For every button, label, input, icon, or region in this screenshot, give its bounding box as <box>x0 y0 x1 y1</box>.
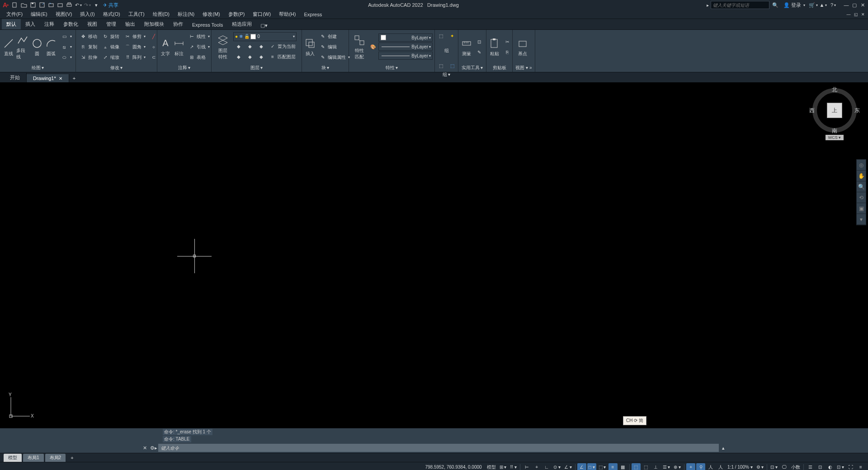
layer-tool-4[interactable]: ◆ <box>233 52 244 62</box>
search-icon[interactable]: 🔍 <box>771 1 779 9</box>
mdi-close-button[interactable]: ✕ <box>860 11 866 18</box>
redo-icon[interactable]: ↷▾ <box>83 1 91 9</box>
panel-draw-title[interactable]: 绘图 ▾ <box>0 64 75 72</box>
command-expand-button[interactable]: ▴ <box>719 445 728 451</box>
group-tool-3[interactable]: ⬚ <box>435 61 446 71</box>
ellipse-button[interactable]: ⬭▾ <box>59 52 74 62</box>
status-units-button[interactable]: 小数 <box>790 463 802 470</box>
arc-button[interactable]: 圆弧 <box>45 32 58 62</box>
util-tool-1[interactable]: ⊡ <box>474 37 485 47</box>
status-infer-icon[interactable]: ⊢ <box>522 463 531 470</box>
web-open-icon[interactable] <box>47 1 55 9</box>
panel-block-title[interactable]: 块 ▾ <box>302 64 349 72</box>
status-3dosnap-icon[interactable]: ⬚ ▾ <box>597 463 608 470</box>
viewcube-top-face[interactable]: 上 <box>827 103 842 118</box>
rotate-button[interactable]: ↻旋转 <box>100 32 121 42</box>
status-gizmo-icon[interactable]: ⊕ ▾ <box>672 463 682 470</box>
nav-wheel-icon[interactable]: ◎ <box>857 160 866 171</box>
line-button[interactable]: 直线 <box>2 32 15 62</box>
search-input[interactable] <box>711 1 769 9</box>
panel-annotate-title[interactable]: 注释 ▾ <box>157 64 211 72</box>
save-icon[interactable] <box>29 1 37 9</box>
add-layout-button[interactable]: + <box>67 454 77 462</box>
menu-insert[interactable]: 插入(I) <box>76 10 98 19</box>
nav-orbit-icon[interactable]: ⟲ <box>857 192 866 203</box>
status-sel-filter-icon[interactable]: ☰ ▾ <box>661 463 672 470</box>
linear-dim-button[interactable]: ⊢线性▾ <box>186 32 212 42</box>
group-tool-2[interactable]: ✦ <box>447 31 458 41</box>
layer-tool-1[interactable]: ◆ <box>233 42 244 52</box>
layout-tab-1[interactable]: 布局1 <box>23 454 44 462</box>
help-icon[interactable]: ?▾ <box>829 1 837 9</box>
app-switcher-icon[interactable]: ▲▾ <box>819 1 827 9</box>
ribbon-tab-output[interactable]: 输出 <box>121 19 140 29</box>
status-anno-vis-icon[interactable]: ⚲ <box>696 463 705 470</box>
ribbon-tab-featured[interactable]: 精选应用 <box>227 19 256 29</box>
status-dducs-icon[interactable]: ⊥ <box>651 463 660 470</box>
drawing-canvas[interactable]: 上 北 南 东 西 WCS ▾ ◎ ✋ 🔍 ⟲ ▣ ▾ YX CH ⟳ 简 <box>0 82 868 428</box>
status-transparency-icon[interactable]: ▦ <box>618 463 627 470</box>
ribbon-tab-express[interactable]: Express Tools <box>188 20 227 29</box>
add-tab-button[interactable]: + <box>69 74 79 82</box>
status-model-button[interactable]: 模型 <box>486 463 497 470</box>
status-grid-icon[interactable]: ⊞ ▾ <box>498 463 508 470</box>
color-combo[interactable]: ByLayer▾ <box>378 33 433 42</box>
menu-window[interactable]: 窗口(W) <box>249 10 274 19</box>
menu-express[interactable]: Express <box>300 11 326 18</box>
panel-properties-title[interactable]: 特性 ▾ <box>349 64 434 72</box>
ribbon-tab-home[interactable]: 默认 <box>2 19 21 29</box>
status-ortho-icon[interactable]: ∟ <box>542 463 551 470</box>
leader-button[interactable]: ↗引线▾ <box>186 42 212 52</box>
web-save-icon[interactable] <box>56 1 64 9</box>
menu-parametric[interactable]: 参数(P) <box>225 10 249 19</box>
command-options-button[interactable]: ⚙▸ <box>149 445 158 451</box>
layer-tool-3[interactable]: ◆ <box>256 42 267 52</box>
measure-button[interactable]: 测量 <box>460 32 473 62</box>
dimension-button[interactable]: 标注 <box>173 32 185 62</box>
mdi-minimize-button[interactable]: — <box>845 11 852 18</box>
close-button[interactable]: ✕ <box>859 1 866 9</box>
group-button[interactable]: 组 <box>439 42 455 60</box>
cut-button[interactable]: ✂ <box>502 37 513 47</box>
minimize-button[interactable]: — <box>843 1 850 9</box>
status-monitor-icon[interactable]: 🖵 <box>780 463 789 470</box>
viewcube-south[interactable]: 南 <box>832 127 837 135</box>
status-isolate-icon[interactable]: ⊡ ▾ <box>835 463 845 470</box>
ribbon-box-icon[interactable]: ▢▾ <box>260 21 268 29</box>
status-gear-icon[interactable]: ⚙ ▾ <box>755 463 765 470</box>
menu-edit[interactable]: 编辑(E) <box>27 10 51 19</box>
layout-tab-model[interactable]: 模型 <box>4 454 22 462</box>
panel-layers-title[interactable]: 图层 ▾ <box>212 64 302 72</box>
cart-icon[interactable]: 🛒▾ <box>809 1 817 9</box>
status-customize-icon[interactable]: ≡ <box>856 463 865 470</box>
panel-clipboard-title[interactable]: 剪贴板 <box>486 64 512 72</box>
status-cycling-icon[interactable]: ⬚ <box>632 463 641 470</box>
ribbon-tab-annotate[interactable]: 注释 <box>40 19 59 29</box>
nav-collapse-icon[interactable]: ▾ <box>857 214 866 225</box>
maximize-button[interactable]: ▢ <box>851 1 858 9</box>
status-scale[interactable]: 1:1 / 100% ▾ <box>726 465 754 470</box>
status-osnap-icon[interactable]: □ ▾ <box>587 463 596 470</box>
status-iso-icon[interactable]: ∠ ▾ <box>563 463 573 470</box>
fillet-button[interactable]: ⌒圆角▾ <box>122 42 147 52</box>
status-lwt-icon[interactable]: ≡ <box>609 463 618 470</box>
block-attr-button[interactable]: ✎编辑属性▾ <box>317 52 352 62</box>
layer-properties-button[interactable]: 图层 特性 <box>213 32 232 62</box>
file-tab-drawing1[interactable]: Drawing1*✕ <box>27 74 69 82</box>
color-wheel-button[interactable]: 🎨 <box>369 42 377 52</box>
text-button[interactable]: A文字 <box>159 32 172 62</box>
status-workspace-icon[interactable]: ⊡ ▾ <box>769 463 779 470</box>
open-icon[interactable] <box>20 1 28 9</box>
status-quickprops-icon[interactable]: ☰ <box>806 463 815 470</box>
paste-button[interactable]: 粘贴 <box>488 32 501 62</box>
ribbon-tab-view[interactable]: 视图 <box>83 19 102 29</box>
panel-utilities-title[interactable]: 实用工具 ▾ <box>458 64 486 72</box>
status-annotation-icon[interactable]: + <box>686 463 695 470</box>
ribbon-tab-addins[interactable]: 附加模块 <box>140 19 169 29</box>
tab-close-button[interactable]: ✕ <box>59 76 62 81</box>
status-snap-icon[interactable]: ⠿ ▾ <box>509 463 518 470</box>
status-3d-icon[interactable]: ⬚ <box>642 463 651 470</box>
app-logo[interactable]: A▸ <box>2 1 10 9</box>
panel-group-title[interactable]: 组 ▾ <box>435 71 458 78</box>
group-tool-1[interactable]: ⬚ <box>435 31 446 41</box>
